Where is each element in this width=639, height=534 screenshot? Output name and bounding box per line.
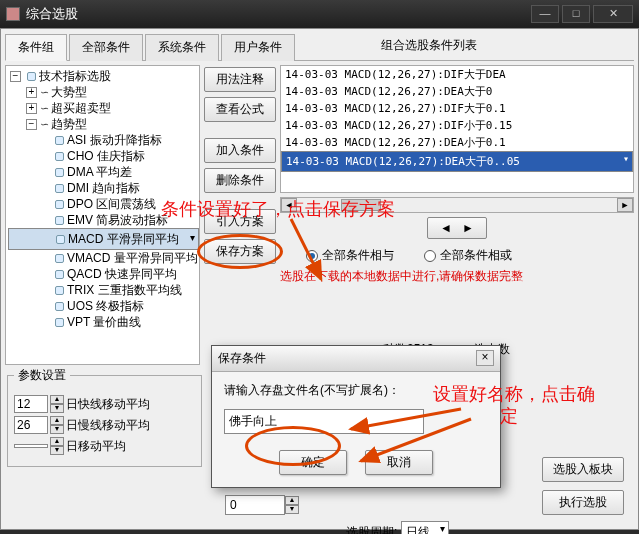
param-input[interactable]: 12 bbox=[14, 395, 48, 413]
tree-leaf[interactable]: VPT 量价曲线 bbox=[8, 314, 199, 330]
usage-button[interactable]: 用法注释 bbox=[204, 67, 276, 92]
spin-down-icon[interactable]: ▼ bbox=[50, 425, 64, 434]
save-plan-button[interactable]: 保存方案 bbox=[204, 239, 276, 264]
param-input[interactable]: 26 bbox=[14, 416, 48, 434]
leaf-icon bbox=[55, 270, 64, 279]
radio-or[interactable]: 全部条件相或 bbox=[424, 247, 512, 264]
tree-leaf[interactable]: DMI 趋向指标 bbox=[8, 180, 199, 196]
close-button[interactable]: ✕ bbox=[593, 5, 633, 23]
tree-label: 大势型 bbox=[51, 84, 87, 100]
tab-user-conditions[interactable]: 用户条件 bbox=[221, 34, 295, 61]
list-row[interactable]: 14-03-03 MACD(12,26,27):DEA大于0..05 bbox=[281, 151, 633, 172]
radio-label: 全部条件相或 bbox=[440, 247, 512, 264]
action-buttons: 选股入板块 执行选股 bbox=[542, 457, 624, 515]
tree-leaf[interactable]: DPO 区间震荡线 bbox=[8, 196, 199, 212]
list-row[interactable]: 14-03-03 MACD(12,26,27):DEA小于0.1 bbox=[281, 134, 633, 151]
spin-up-icon[interactable]: ▲ bbox=[285, 496, 299, 505]
extra-spinner: 0 ▲▼ bbox=[225, 495, 299, 515]
period-select[interactable]: 日线 bbox=[401, 521, 449, 534]
leaf-icon bbox=[55, 216, 64, 225]
tab-all-conditions[interactable]: 全部条件 bbox=[69, 34, 143, 61]
add-condition-button[interactable]: 加入条件 bbox=[204, 138, 276, 163]
tree-label: 超买超卖型 bbox=[51, 100, 111, 116]
execute-button[interactable]: 执行选股 bbox=[542, 490, 624, 515]
add-to-block-button[interactable]: 选股入板块 bbox=[542, 457, 624, 482]
param-label: 日移动平均 bbox=[66, 438, 126, 455]
tree-label: EMV 简易波动指标 bbox=[67, 212, 168, 228]
tree-group[interactable]: −∽趋势型 bbox=[8, 116, 199, 132]
hscrollbar[interactable]: ◄ ► bbox=[280, 197, 634, 213]
tree-label: QACD 快速异同平均 bbox=[67, 266, 177, 282]
delete-condition-button[interactable]: 删除条件 bbox=[204, 168, 276, 193]
spin-down-icon[interactable]: ▼ bbox=[285, 505, 299, 514]
dialog-titlebar[interactable]: 保存条件 × bbox=[212, 346, 500, 372]
logic-radios: 全部条件相与 全部条件相或 bbox=[280, 247, 634, 264]
list-row[interactable]: 14-03-03 MACD(12,26,27):DIF小于0.15 bbox=[281, 117, 633, 134]
tree-leaf[interactable]: TRIX 三重指数平均线 bbox=[8, 282, 199, 298]
spin-up-icon[interactable]: ▲ bbox=[50, 437, 64, 446]
list-row[interactable]: 14-03-03 MACD(12,26,27):DIF大于0.1 bbox=[281, 100, 633, 117]
import-plan-button[interactable]: 引入方案 bbox=[204, 209, 276, 234]
tree-root[interactable]: −技术指标选股 bbox=[8, 68, 199, 84]
leaf-icon bbox=[55, 152, 64, 161]
tree[interactable]: −技术指标选股 +∽大势型 +∽超买超卖型 −∽趋势型 ASI 振动升降指标CH… bbox=[5, 65, 200, 365]
spin-up-icon[interactable]: ▲ bbox=[50, 395, 64, 404]
tab-conditions-group[interactable]: 条件组 bbox=[5, 34, 67, 61]
scroll-right-icon[interactable]: ► bbox=[617, 198, 633, 212]
content: 条件组 全部条件 系统条件 用户条件 组合选股条件列表 −技术指标选股 +∽大势… bbox=[0, 28, 639, 530]
view-formula-button[interactable]: 查看公式 bbox=[204, 97, 276, 122]
dialog-close-button[interactable]: × bbox=[476, 350, 494, 366]
filename-input[interactable]: 佛手向上 bbox=[224, 409, 424, 434]
tree-label: ASI 振动升降指标 bbox=[67, 132, 162, 148]
warning-text: 选股在下载的本地数据中进行,请确保数据完整 bbox=[280, 268, 634, 285]
window-title: 综合选股 bbox=[26, 5, 528, 23]
leaf-icon bbox=[55, 302, 64, 311]
tree-label: TRIX 三重指数平均线 bbox=[67, 282, 182, 298]
scroll-thumb[interactable] bbox=[341, 199, 381, 211]
collapse-icon[interactable]: − bbox=[10, 71, 21, 82]
tree-leaf[interactable]: VMACD 量平滑异同平均 bbox=[8, 250, 199, 266]
right-pane: 14-03-03 MACD(12,26,27):DIF大于DEA14-03-03… bbox=[280, 65, 634, 365]
radio-label: 全部条件相与 bbox=[322, 247, 394, 264]
button-column: 用法注释 查看公式 加入条件 删除条件 引入方案 保存方案 bbox=[204, 65, 276, 365]
spin-down-icon[interactable]: ▼ bbox=[50, 404, 64, 413]
spin-up-icon[interactable]: ▲ bbox=[50, 416, 64, 425]
param-label: 日慢线移动平均 bbox=[66, 417, 150, 434]
collapse-icon[interactable]: − bbox=[26, 119, 37, 130]
spin-down-icon[interactable]: ▼ bbox=[50, 446, 64, 455]
cancel-button[interactable]: 取消 bbox=[365, 450, 433, 475]
tree-label: VPT 量价曲线 bbox=[67, 314, 141, 330]
tree-leaf[interactable]: MACD 平滑异同平均 bbox=[8, 228, 199, 250]
leaf-icon bbox=[55, 136, 64, 145]
radio-and[interactable]: 全部条件相与 bbox=[306, 247, 394, 264]
leaf-icon bbox=[55, 200, 64, 209]
maximize-button[interactable]: □ bbox=[562, 5, 590, 23]
expand-icon[interactable]: + bbox=[26, 103, 37, 114]
param-input[interactable] bbox=[14, 444, 48, 448]
tree-leaf[interactable]: UOS 终极指标 bbox=[8, 298, 199, 314]
dialog-title: 保存条件 bbox=[218, 350, 266, 367]
tree-leaf[interactable]: DMA 平均差 bbox=[8, 164, 199, 180]
tree-leaf[interactable]: EMV 简易波动指标 bbox=[8, 212, 199, 228]
minimize-button[interactable]: — bbox=[531, 5, 559, 23]
tree-leaf[interactable]: ASI 振动升降指标 bbox=[8, 132, 199, 148]
ok-button[interactable]: 确定 bbox=[279, 450, 347, 475]
tree-label: VMACD 量平滑异同平均 bbox=[67, 250, 198, 266]
tree-leaf[interactable]: CHO 佳庆指标 bbox=[8, 148, 199, 164]
reorder-button[interactable]: ◄ ► bbox=[427, 217, 487, 239]
tree-label: UOS 终极指标 bbox=[67, 298, 144, 314]
expand-icon[interactable]: + bbox=[26, 87, 37, 98]
scroll-left-icon[interactable]: ◄ bbox=[281, 198, 297, 212]
list-row[interactable]: 14-03-03 MACD(12,26,27):DIF大于DEA bbox=[281, 66, 633, 83]
tab-system-conditions[interactable]: 系统条件 bbox=[145, 34, 219, 61]
condition-list[interactable]: 14-03-03 MACD(12,26,27):DIF大于DEA14-03-03… bbox=[280, 65, 634, 193]
tree-label: DMA 平均差 bbox=[67, 164, 132, 180]
spinner-input[interactable]: 0 bbox=[225, 495, 285, 515]
tree-label: DMI 趋向指标 bbox=[67, 180, 140, 196]
list-row[interactable]: 14-03-03 MACD(12,26,27):DEA大于0 bbox=[281, 83, 633, 100]
tree-group[interactable]: +∽大势型 bbox=[8, 84, 199, 100]
tree-label: MACD 平滑异同平均 bbox=[68, 231, 179, 247]
radio-icon bbox=[424, 250, 436, 262]
tree-group[interactable]: +∽超买超卖型 bbox=[8, 100, 199, 116]
tree-leaf[interactable]: QACD 快速异同平均 bbox=[8, 266, 199, 282]
